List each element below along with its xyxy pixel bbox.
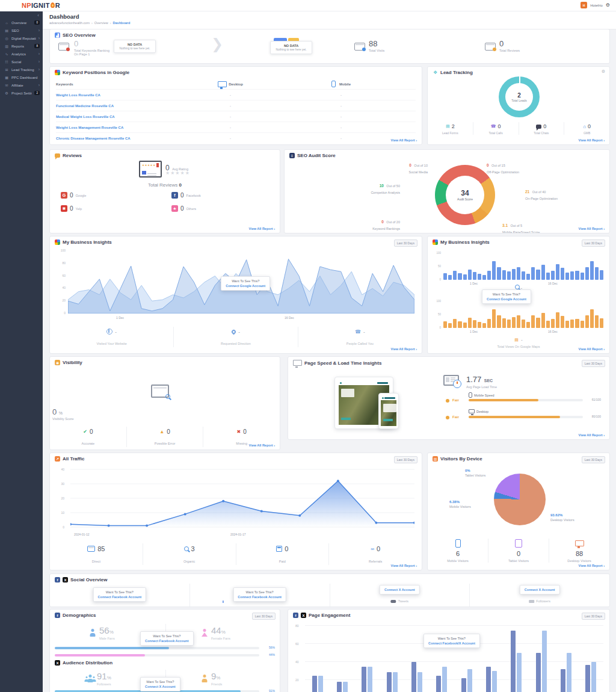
column-mobile: Mobile	[266, 81, 416, 87]
sidebar-collapse-icon[interactable]: ‹	[0, 11, 43, 19]
tooltip-text: Want To See This?	[428, 637, 475, 640]
tablet-icon	[515, 539, 522, 548]
view-all-report-link[interactable]: View All Report ›	[579, 433, 605, 437]
audit-label-keyword: 0 Out of 20Keyword Rankings	[342, 214, 400, 231]
all-traffic-card: ↗All Traffic Last 30 Days 010203040 2024…	[49, 453, 422, 570]
avatar[interactable]: H	[581, 2, 587, 8]
stat-block: 91%Followers	[97, 671, 111, 686]
chevron-right-icon: ›	[603, 564, 605, 567]
connect-x-link[interactable]: Connect X Account	[525, 588, 555, 592]
badge-mark	[493, 48, 496, 51]
badge: 0	[34, 20, 40, 25]
view-all-report-link[interactable]: View All Report ›	[249, 443, 275, 447]
connect-google-link[interactable]: Connect Google Account	[487, 297, 526, 301]
tooltip-text: Want To See This?	[98, 590, 142, 594]
connect-google-link[interactable]: Connect Google Account	[226, 284, 265, 288]
card-title: Lead Tracking	[440, 70, 473, 75]
sidebar-item-project-setting[interactable]: ⚙Project Setting2	[0, 89, 43, 97]
female-bar-label: 44%	[269, 653, 275, 656]
mobile-icon	[455, 539, 461, 548]
total-chats-stat: 0Total Chats	[519, 122, 564, 135]
view-all-report-link[interactable]: View All Report ›	[249, 227, 275, 230]
connect-facebook-link[interactable]: Connect Facebook Account	[145, 639, 189, 643]
view-all-report-link[interactable]: View All Report ›	[579, 138, 605, 142]
x-icon: X	[55, 660, 60, 666]
keyword-link[interactable]: Functional Medicine Roseville CA	[56, 104, 194, 108]
no-data-tooltip: NO DATA Nothing to see here yet.	[114, 40, 156, 53]
connect-x-link[interactable]: Connect X Account	[384, 588, 415, 592]
total-reviews: Total Reviews 0	[50, 182, 280, 188]
card-header: ↗All Traffic	[55, 456, 84, 462]
keyword-link[interactable]: Chronic Disease Management Roseville CA	[56, 137, 194, 140]
icon-holder	[488, 539, 549, 548]
stat-value: ☎-	[298, 327, 422, 336]
status-dot	[446, 416, 449, 419]
value: -	[363, 329, 365, 335]
requested-direction-stat: -Requested Direction	[173, 327, 297, 347]
keyword-link[interactable]: Weight Loss Management Roseville CA	[56, 126, 194, 129]
view-all-report-link[interactable]: View All Report ›	[391, 138, 417, 142]
user-menu[interactable]: H Hotelrio ⚙	[581, 2, 610, 8]
total-visits-value: 88	[369, 39, 377, 48]
view-all-report-link[interactable]: View All Report ›	[391, 347, 417, 351]
view-all-label: View All Report	[579, 564, 603, 567]
visitors-by-device-card: ▥Visitors By Device Last 30 Days 0%Table…	[427, 453, 610, 570]
stat-label: Total Chats	[519, 131, 564, 135]
stat-value: ⌂0	[564, 122, 609, 131]
sidebar-item-overview[interactable]: ⌂Overview0	[0, 19, 43, 26]
sidebar-item-ppc-dashboard[interactable]: ▦PPC Dashboard	[0, 73, 43, 81]
breadcrumb-site[interactable]: advancefunctionhealth.com	[49, 21, 90, 25]
connect-fbx-link[interactable]: Connect Facebook/X Account	[428, 641, 475, 645]
keyword-link[interactable]: Weight Loss Roseville CA	[56, 93, 194, 97]
sidebar: ‹ ⌂Overview0 ▤SEO› ◎Digital Reputation› …	[0, 11, 43, 692]
label: Followers	[97, 682, 111, 686]
stat-label: Requested Direction	[221, 342, 251, 345]
lead-stats-row: ▤2Lead Forms ☎0Total Calls 0Total Chats …	[428, 122, 609, 135]
chevron-right-icon: ›	[603, 227, 605, 230]
percent: 44%	[211, 625, 226, 635]
sidebar-item-lead-tracking[interactable]: ⊞Lead Tracking›	[0, 66, 43, 73]
stat-value: ☎0	[473, 122, 519, 131]
view-all-label: View All Report	[579, 138, 603, 142]
mobile-pie-label: 6.38%Mobile Visitors	[449, 500, 471, 509]
traffic-line-chart	[70, 468, 413, 529]
label: Mobile Speed	[474, 394, 494, 397]
sidebar-item-affiliate[interactable]: ✉Affiliate›	[0, 81, 43, 89]
percent: 0%	[465, 469, 485, 474]
percent-sign: %	[109, 629, 114, 635]
view-all-report-link[interactable]: View All Report ›	[579, 227, 605, 230]
value: 21	[525, 190, 529, 194]
view-all-report-link[interactable]: View All Report ›	[579, 347, 605, 351]
view-all-report-link[interactable]: View All Report ›	[579, 564, 605, 567]
connect-x-link[interactable]: Connect X Account	[145, 685, 176, 688]
photo-mark	[142, 171, 146, 175]
sidebar-item-digital-reputation[interactable]: ◎Digital Reputation›	[0, 34, 43, 42]
card-header: Keyword Positions in Google	[55, 70, 129, 75]
view-all-report-link[interactable]: View All Report ›	[391, 564, 417, 567]
last-30-days-badge: Last 30 Days	[394, 239, 417, 247]
sidebar-item-social[interactable]: ☷Social›	[0, 58, 43, 66]
settings-gear-icon[interactable]: ⚙	[606, 3, 610, 8]
keyword-link[interactable]: Medical Weight Loss Roseville CA	[56, 115, 194, 119]
label: Female Fans	[211, 637, 230, 640]
sidebar-item-reports[interactable]: ▥Reports8	[0, 42, 43, 50]
card-settings-icon[interactable]: ⚙	[602, 69, 605, 74]
value: 6	[456, 550, 460, 557]
facebook-reviews: f0Facebook	[171, 192, 201, 199]
percent-sign: %	[107, 675, 111, 681]
connect-facebook-link[interactable]: Connect Facebook Account	[238, 595, 282, 599]
breadcrumb: advancefunctionhealth.com › Overview › D…	[49, 21, 130, 25]
sidebar-item-analytics[interactable]: ∿Analytics›	[0, 50, 43, 58]
desktop-icon	[218, 81, 227, 87]
breadcrumb-current: Dashboard	[113, 21, 131, 25]
friends: 9%Friends	[202, 671, 222, 686]
source-value: 0	[180, 192, 184, 199]
user-name[interactable]: Hotelrio	[590, 4, 603, 7]
people-called-stat: ☎-People Called You	[298, 327, 422, 347]
sidebar-item-seo[interactable]: ▤SEO›	[0, 26, 43, 34]
connect-facebook-link[interactable]: Connect Facebook Account	[98, 595, 142, 599]
magnifier-icon	[515, 285, 520, 289]
breadcrumb-overview[interactable]: Overview	[94, 21, 108, 25]
chevron-right-icon: ›	[416, 347, 417, 351]
stat-block: 44%Female Fans	[211, 625, 230, 640]
